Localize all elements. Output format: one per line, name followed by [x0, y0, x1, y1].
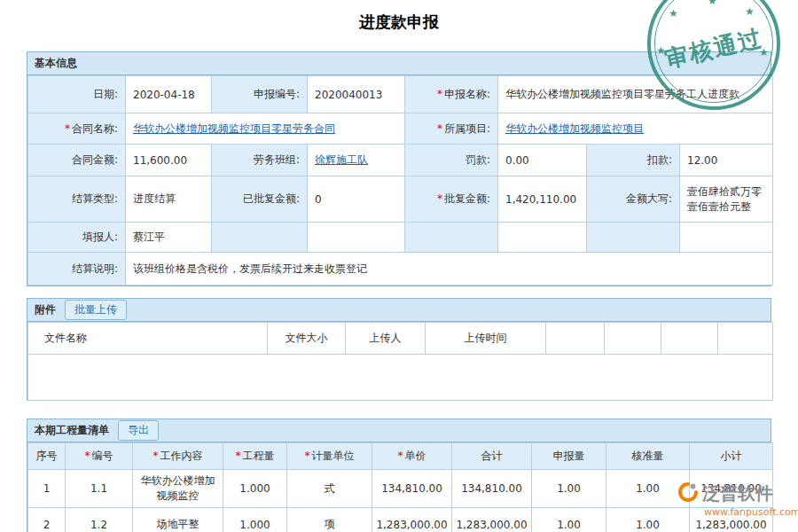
contract-name-label: *合同名称: — [28, 113, 126, 145]
qty-col-unit: *计量单位 — [287, 443, 372, 470]
declare-name-label-text: 申报名称: — [444, 88, 490, 100]
approved-amount-label: 已批复金额: — [212, 176, 308, 223]
qty-col-work: *工作内容 — [133, 443, 223, 470]
qty-col-unit-text: 计量单位 — [312, 450, 355, 462]
attach-col-uploader: 上传人 — [346, 323, 426, 355]
labor-team-link[interactable]: 徐辉施工队 — [315, 153, 368, 166]
qty-cell: 项 — [287, 508, 372, 532]
qty-col-declared: 申报量 — [532, 443, 606, 470]
basic-info-panel: 基本信息 日期: 2020-04-18 申报编号: 2020040013 *申报… — [27, 51, 771, 286]
attachments-section-header: 附件 批量上传 — [27, 299, 771, 322]
empty-value-cell — [680, 223, 773, 253]
attach-col-empty — [605, 323, 661, 355]
attachments-empty-row — [28, 355, 773, 401]
quantity-list-section-header: 本期工程量清单 导出 — [27, 419, 771, 442]
penalty-label-text: 罚款: — [466, 153, 490, 166]
basic-info-title: 基本信息 — [35, 56, 77, 71]
qty-cell: 1.1 — [66, 470, 133, 508]
quantity-list-title: 本期工程量清单 — [35, 423, 109, 438]
required-asterisk: * — [236, 450, 241, 462]
required-asterisk: * — [437, 192, 442, 205]
attach-col-uploadtime: 上传时间 — [426, 323, 546, 355]
settle-note-label-text: 结算说明: — [72, 262, 118, 275]
approved-amount-value: 0 — [308, 176, 405, 223]
labor-team-label-text: 劳务班组: — [254, 153, 300, 166]
attachments-table: 文件名称 文件大小 上传人 上传时间 — [27, 322, 773, 401]
declare-name-value: 华软办公楼增加视频监控项目零星劳务工人进度款 — [498, 76, 773, 113]
qty-col-approved-text: 核准量 — [632, 450, 664, 462]
attachments-panel: 附件 批量上传 文件名称 文件大小 上传人 上传时间 — [27, 298, 771, 401]
empty-value-cell — [498, 223, 587, 253]
required-asterisk: * — [437, 88, 442, 100]
attachments-title: 附件 — [35, 302, 56, 317]
settle-note-label: 结算说明: — [28, 253, 126, 286]
approved-amount-label-text: 已批复金额: — [243, 192, 300, 205]
batch-upload-button[interactable]: 批量上传 — [65, 300, 127, 320]
qty-cell: 1.000 — [223, 508, 287, 532]
amount-in-words-label-text: 金额大写: — [626, 192, 672, 205]
deduction-label: 扣款: — [587, 145, 680, 176]
date-label-text: 日期: — [93, 88, 118, 100]
page-title: 进度款申报 — [0, 0, 798, 33]
contract-amount-label: 合同金额: — [28, 145, 126, 176]
export-button[interactable]: 导出 — [118, 420, 159, 441]
qty-cell: 式 — [287, 470, 372, 508]
table-row: 2 1.2 场地平整 1.000 项 1,283,000.00 1,283,00… — [28, 508, 773, 532]
declare-no-label-text: 申报编号: — [254, 88, 300, 100]
settle-type-label-text: 结算类型: — [72, 192, 118, 205]
qty-col-total: 合计 — [452, 443, 532, 470]
qty-cell: 2 — [28, 508, 66, 532]
attach-col-empty — [546, 323, 605, 355]
qty-col-price: *单价 — [372, 443, 452, 470]
contract-name-link[interactable]: 华软办公楼增加视频监控项目零星劳务合同 — [133, 122, 335, 135]
qty-col-code-text: 编号 — [92, 450, 113, 462]
qty-col-work-text: 工作内容 — [160, 450, 203, 462]
table-row: 1 1.1 华软办公楼增加视频监控 1.000 式 134,810.00 134… — [28, 470, 773, 508]
preparer-label-text: 填报人: — [82, 231, 118, 243]
contract-name-cell: 华软办公楼增加视频监控项目零星劳务合同 — [126, 113, 405, 145]
quantity-list-panel: 本期工程量清单 导出 序号 *编号 *工作内容 *工程量 *计量单位 *单价 合… — [27, 419, 771, 532]
qty-cell: 1.000 — [223, 470, 287, 508]
preparer-label: 填报人: — [28, 223, 126, 253]
date-value: 2020-04-18 — [126, 76, 212, 113]
penalty-label: 罚款: — [405, 145, 498, 176]
required-asterisk: * — [65, 122, 70, 135]
reply-amount-label-text: 批复金额: — [444, 192, 490, 205]
empty-label-cell — [212, 223, 308, 253]
labor-team-label: 劳务班组: — [212, 145, 308, 176]
watermark-brand: 泛普软件 — [702, 481, 773, 505]
qty-col-approved: 核准量 — [606, 443, 690, 470]
attach-col-filename: 文件名称 — [28, 323, 268, 355]
qty-col-seq-text: 序号 — [36, 450, 58, 462]
qty-cell: 1.00 — [532, 508, 606, 532]
fanpu-logo-icon — [677, 481, 699, 505]
qty-col-seq: 序号 — [28, 443, 66, 470]
qty-cell: 134,810.00 — [372, 470, 452, 508]
qty-col-quantity: *工程量 — [223, 443, 287, 470]
vendor-watermark: 泛普软件 www.fanpusoft.com — [677, 481, 798, 518]
deduction-value: 12.00 — [680, 145, 773, 176]
watermark-url: www.fanpusoft.com — [704, 506, 798, 518]
required-asterisk: * — [85, 450, 90, 462]
qty-cell: 1,283,000.00 — [452, 508, 532, 532]
qty-col-subtotal-text: 小计 — [721, 450, 742, 462]
required-asterisk: * — [305, 450, 310, 462]
attach-col-empty — [661, 323, 718, 355]
qty-col-total-text: 合计 — [481, 450, 503, 462]
qty-cell: 华软办公楼增加视频监控 — [133, 470, 223, 508]
basic-info-section-header: 基本信息 — [27, 52, 771, 75]
watermark-brand-row: 泛普软件 — [677, 481, 798, 505]
required-asterisk: * — [153, 450, 159, 462]
project-link[interactable]: 华软办公楼增加视频监控项目 — [505, 122, 644, 135]
settle-note-value: 该班组价格是含税价，发票后续开过来走收票登记 — [126, 253, 773, 286]
declare-no-value: 2020040013 — [308, 76, 405, 113]
project-label-text: 所属项目: — [444, 122, 490, 135]
quantity-list-table: 序号 *编号 *工作内容 *工程量 *计量单位 *单价 合计 申报量 核准量 小… — [27, 442, 773, 532]
required-asterisk: * — [398, 450, 403, 462]
declare-no-label: 申报编号: — [212, 76, 308, 113]
qty-cell: 场地平整 — [133, 508, 223, 532]
qty-cell: 134,810.00 — [452, 470, 532, 508]
qty-col-declared-text: 申报量 — [553, 450, 585, 462]
preparer-value: 蔡江平 — [126, 223, 212, 253]
empty-value-cell — [308, 223, 405, 253]
